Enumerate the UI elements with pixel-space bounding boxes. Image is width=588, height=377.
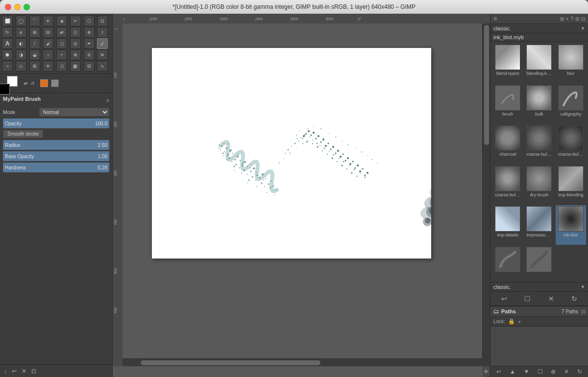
- tool-ellipse-select[interactable]: ◯: [16, 16, 26, 26]
- tool-flip[interactable]: ⇌: [56, 27, 67, 38]
- tool-fuzzy-select[interactable]: ✳: [43, 16, 53, 26]
- reset-colors-icon[interactable]: ↺: [30, 81, 34, 86]
- paths-action-back[interactable]: ↩: [496, 368, 501, 375]
- tool-rotate[interactable]: ↻: [2, 27, 13, 38]
- tool-ink[interactable]: ✒: [84, 38, 95, 49]
- brush-item-bulk[interactable]: bulk: [524, 84, 554, 124]
- minimize-button[interactable]: [14, 4, 21, 10]
- maximize-button[interactable]: [24, 4, 30, 10]
- tool-perspective[interactable]: ⊟: [43, 27, 53, 38]
- radius-slider-row[interactable]: Radius 2.50: [3, 140, 109, 150]
- brush-item-ink-blot[interactable]: ink-blot: [556, 205, 586, 245]
- orange-color-swatch[interactable]: [40, 79, 48, 87]
- hardness-slider-row[interactable]: Hardness 0.28: [3, 163, 109, 172]
- paths-action-refresh[interactable]: ↻: [577, 368, 582, 375]
- close-button[interactable]: [5, 4, 11, 10]
- tool-mypaint[interactable]: 🖊: [97, 38, 108, 49]
- tool-crop[interactable]: ⊡: [97, 16, 108, 26]
- tool-move[interactable]: ✛: [43, 61, 53, 71]
- tool-zoom[interactable]: ⊕: [84, 27, 95, 38]
- vertical-scrollbar[interactable]: [482, 24, 490, 366]
- tool-blend[interactable]: ◑: [16, 49, 26, 60]
- tool-align[interactable]: ⊞: [29, 61, 40, 71]
- brush-preset-dropdown-2[interactable]: classic. ▼: [490, 283, 588, 292]
- gray-color-swatch[interactable]: [51, 79, 59, 87]
- tool-histogram[interactable]: ▦: [70, 61, 81, 71]
- tool-rect-select[interactable]: ⬜: [2, 16, 13, 26]
- tool-color-picker[interactable]: ◇: [16, 61, 26, 71]
- opacity-slider-row[interactable]: Opacity 100.0: [3, 118, 109, 128]
- panel-help-btn[interactable]: ?: [570, 16, 573, 22]
- tool-clone[interactable]: ⊕: [70, 49, 81, 60]
- tool-perspective-clone[interactable]: ⊘: [84, 49, 95, 60]
- brush-item-coarse-bulk-1[interactable]: coarse-bulk-1: [524, 124, 554, 164]
- tool-paintbrush[interactable]: 🖌: [43, 38, 53, 49]
- smooth-stroke-button[interactable]: Smooth stroke: [3, 130, 43, 138]
- tool-warp[interactable]: ◒: [29, 49, 40, 60]
- brush-item-brush[interactable]: brush: [492, 84, 523, 124]
- brush-item-extra1[interactable]: [492, 246, 523, 281]
- tool-airbrush[interactable]: ◎: [70, 38, 81, 49]
- foreground-color-swatch[interactable]: [0, 84, 10, 94]
- brush-action-refresh[interactable]: ↻: [569, 294, 579, 304]
- brush-item-charcoal[interactable]: charcoal: [492, 124, 523, 164]
- swap-colors-icon[interactable]: ⇄: [24, 81, 27, 86]
- v-scrollbar-thumb[interactable]: [484, 25, 489, 145]
- panel-layout-btn[interactable]: ⊞: [560, 16, 564, 22]
- brush-item-impressionism[interactable]: impressionism: [524, 205, 554, 245]
- tool-cage[interactable]: ⌸: [70, 27, 81, 38]
- toolbox-save-btn[interactable]: ↓: [3, 367, 8, 376]
- paths-add-point-icon[interactable]: +: [518, 319, 521, 325]
- paths-action-copy[interactable]: ☐: [538, 368, 543, 375]
- paths-action-down[interactable]: ▼: [523, 368, 529, 375]
- panel-add-btn[interactable]: +: [566, 16, 569, 22]
- tool-options-menu-icon[interactable]: ≡: [106, 98, 109, 103]
- tool-eraser[interactable]: ◻: [56, 38, 67, 49]
- base-opacity-slider-row[interactable]: Base Opacity 1.00: [3, 151, 109, 161]
- brush-item-coarse-bulk-3[interactable]: coarse-bulk-3: [492, 165, 523, 205]
- toolbox-reset-btn[interactable]: ↩: [11, 367, 18, 376]
- brush-preset-dropdown[interactable]: classic. ▼: [490, 24, 588, 33]
- tool-scale[interactable]: ⌀: [16, 27, 26, 38]
- paths-action-add[interactable]: ⊕: [551, 368, 556, 375]
- brush-item-dry-brush[interactable]: dry-brush: [524, 165, 554, 205]
- canvas-scroll-area[interactable]: [122, 24, 482, 366]
- brush-item-blending-knife[interactable]: blending-knife: [524, 44, 554, 83]
- canvas-expand-btn[interactable]: ✛: [482, 366, 490, 377]
- tool-curves[interactable]: ∿: [97, 61, 108, 71]
- paths-action-delete[interactable]: ✕: [564, 368, 569, 375]
- tool-gegl[interactable]: ◐: [16, 38, 26, 49]
- horizontal-scrollbar[interactable]: [122, 358, 482, 366]
- toolbox-delete-btn[interactable]: ✕: [21, 367, 27, 376]
- toolbox-config-btn[interactable]: ⊡: [30, 367, 37, 376]
- tool-convolve[interactable]: ≋: [97, 49, 108, 60]
- tool-script-fu[interactable]: ⌻: [56, 61, 67, 71]
- brush-action-copy[interactable]: ☐: [522, 294, 533, 304]
- h-scrollbar-thumb[interactable]: [141, 360, 320, 365]
- tool-text[interactable]: A: [2, 38, 13, 49]
- tool-scissors[interactable]: ✂: [70, 16, 81, 26]
- paths-lock-icon[interactable]: 🔒: [508, 318, 515, 325]
- tool-shear[interactable]: ⊞: [29, 27, 40, 38]
- tool-heal[interactable]: +: [56, 49, 67, 60]
- paths-expand-btn[interactable]: ⊡: [581, 309, 585, 314]
- brush-item-imp-blending[interactable]: imp-blending: [556, 165, 586, 205]
- tool-dodge-burn[interactable]: ☼: [43, 49, 53, 60]
- tool-measure[interactable]: ⌇: [97, 27, 108, 38]
- paths-action-up[interactable]: ▲: [510, 368, 515, 375]
- drawing-canvas[interactable]: [152, 48, 431, 259]
- panel-config-btn[interactable]: ⊟: [575, 16, 579, 22]
- brush-item-calligraphy[interactable]: calligraphy: [556, 84, 586, 124]
- brush-item-blend-paint[interactable]: blend+paint: [492, 44, 523, 83]
- brush-item-extra2[interactable]: [524, 246, 554, 281]
- tool-by-color-select[interactable]: ◈: [56, 16, 67, 26]
- tool-pencil[interactable]: /: [29, 38, 40, 49]
- panel-menu-icon[interactable]: ≡: [493, 15, 497, 22]
- brush-item-coarse-bulk-2[interactable]: coarse-bulk-2: [556, 124, 586, 164]
- mode-select[interactable]: Normal: [39, 108, 109, 117]
- brush-item-imp-details[interactable]: imp-details: [492, 205, 523, 245]
- tool-fg-select[interactable]: ⬡: [84, 16, 95, 26]
- tool-bucket[interactable]: ⬟: [2, 49, 13, 60]
- tool-paths[interactable]: ⌁: [2, 61, 13, 71]
- panel-expand-btn[interactable]: ⊡: [581, 16, 585, 22]
